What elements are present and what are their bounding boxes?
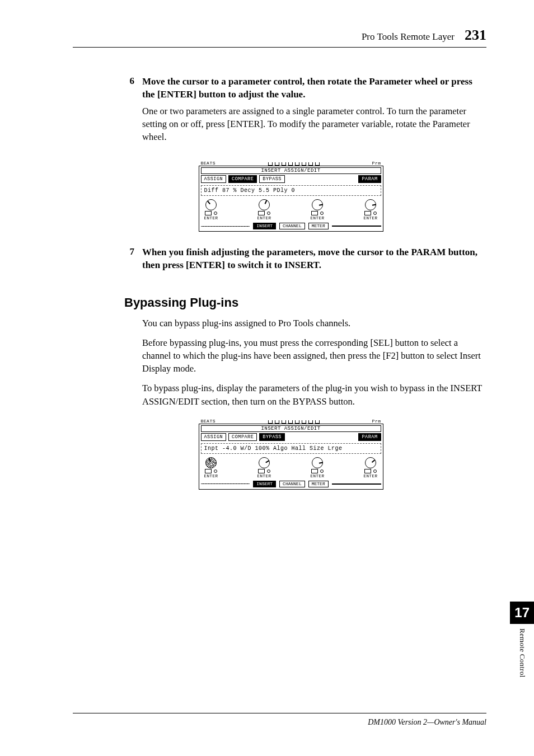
bypass-button[interactable]: BYPASS (259, 433, 285, 441)
param-readout: Inpt -4.0 W/D 100% Algo Hall Size Lrge (201, 443, 381, 454)
step-heading: When you finish adjusting the parameters… (142, 246, 486, 272)
section-heading-bypassing: Bypassing Plug-ins (124, 295, 486, 310)
page-footer: DM1000 Version 2—Owner's Manual (73, 713, 486, 727)
lcd-ticks (268, 420, 320, 424)
param-knob[interactable]: ENTER (257, 199, 271, 220)
figure-insert-edit-2: BEATS Prm INSERT ASSIGN/EDIT ASSIGN COMP… (95, 416, 486, 490)
lcd-title: INSERT ASSIGN/EDIT (201, 425, 381, 432)
channel-tab[interactable]: CHANNEL (279, 481, 305, 487)
lcd-top-right: Prm (372, 161, 381, 166)
page-header: Pro Tools Remote Layer 231 (73, 27, 486, 48)
param-knob[interactable]: ENTER (257, 457, 271, 478)
figure-insert-edit-1: BEATS Prm INSERT ASSIGN/EDIT ASSIGN COMP… (95, 158, 486, 232)
param-button[interactable]: PARAM (358, 433, 381, 441)
lcd-top-left: BEATS (201, 161, 216, 166)
header-page-number: 231 (465, 27, 486, 44)
channel-tab[interactable]: CHANNEL (279, 223, 305, 229)
step-paragraph: One or two parameters are assigned to a … (142, 105, 486, 143)
step-number: 6 (73, 76, 134, 150)
assign-button[interactable]: ASSIGN (201, 433, 227, 441)
param-knob[interactable]: ENTER (363, 457, 377, 478)
param-button[interactable]: PARAM (358, 175, 381, 183)
step-7: 7 When you finish adjusting the paramete… (73, 246, 486, 275)
section-paragraph: Before bypassing plug-ins, you must pres… (142, 336, 486, 375)
compare-button[interactable]: COMPARE (228, 175, 257, 183)
chapter-number: 17 (510, 602, 534, 624)
param-knob[interactable]: ENTER (310, 199, 324, 220)
param-knob[interactable]: ENTER (363, 199, 377, 220)
section-paragraph: You can bypass plug-ins assigned to Pro … (142, 317, 486, 330)
lcd-ticks (268, 162, 320, 166)
step-number: 7 (73, 246, 134, 275)
header-title: Pro Tools Remote Layer (362, 31, 455, 43)
meter-tab[interactable]: METER (308, 481, 329, 487)
meter-tab[interactable]: METER (308, 223, 329, 229)
lcd-top-left: BEATS (201, 419, 216, 424)
param-knob[interactable]: ENTER (310, 457, 324, 478)
step-heading: Move the cursor to a parameter control, … (142, 76, 486, 101)
param-knob[interactable]: ENTER (204, 199, 218, 220)
compare-button[interactable]: COMPARE (228, 433, 257, 441)
bypass-button[interactable]: BYPASS (259, 175, 285, 183)
param-readout: Diff 87 % Decy 5.5 PDly 0 (201, 185, 381, 196)
lcd-top-right: Prm (372, 419, 381, 424)
assign-button[interactable]: ASSIGN (201, 175, 227, 183)
chapter-label: Remote Control (518, 628, 527, 678)
knob-row: ENTER ENTER ENTER (201, 456, 381, 478)
step-6: 6 Move the cursor to a parameter control… (73, 76, 486, 150)
insert-tab[interactable]: INSERT (253, 481, 276, 487)
section-paragraph: To bypass plug-ins, display the paramete… (142, 382, 486, 407)
param-knob[interactable]: ENTER (204, 457, 218, 478)
chapter-side-tab: 17 Remote Control (510, 602, 534, 678)
knob-row: ENTER ENTER ENTER (201, 198, 381, 220)
insert-tab[interactable]: INSERT (253, 223, 276, 229)
lcd-title: INSERT ASSIGN/EDIT (201, 167, 381, 174)
